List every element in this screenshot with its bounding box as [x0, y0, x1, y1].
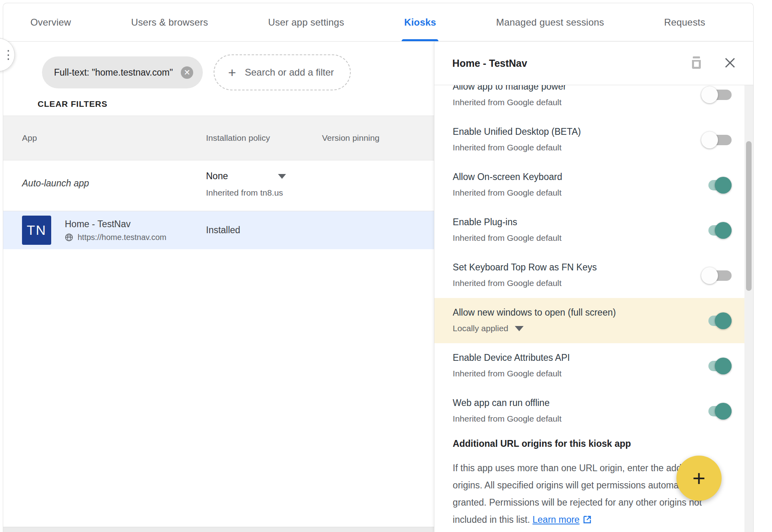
- panel-title: Home - TestNav: [452, 58, 689, 69]
- additional-origins-description: If this app uses more than one URL origi…: [453, 460, 709, 528]
- setting-subtitle: Inherited from Google default: [453, 96, 566, 108]
- table-row-home-testnav[interactable]: TN Home - TestNav https://home.t: [3, 211, 434, 249]
- setting-row-device-attributes: Enable Device Attributes API Inherited f…: [434, 343, 744, 388]
- setting-title: Allow new windows to open (full screen): [453, 306, 616, 318]
- remove-filter-icon[interactable]: ✕: [181, 66, 193, 79]
- dropdown-caret-icon: [278, 174, 286, 179]
- setting-title: Enable Device Attributes API: [453, 352, 570, 364]
- filter-chip[interactable]: Full-text: "home.testnav.com" ✕: [42, 56, 203, 88]
- search-add-filter-label: Search or add a filter: [245, 67, 334, 78]
- column-header-app: App: [22, 133, 206, 143]
- vertical-ellipsis-icon: ⋮: [2, 50, 14, 60]
- toggle-switch[interactable]: [701, 358, 732, 374]
- kiosk-settings-card: Overview Users & browsers User app setti…: [3, 3, 754, 532]
- toggle-switch[interactable]: [701, 177, 732, 194]
- setting-subtitle: Inherited from Google default: [453, 277, 597, 289]
- setting-row-new-windows: Allow new windows to open (full screen) …: [434, 298, 744, 343]
- list-bottom-strip: [3, 527, 434, 532]
- close-button[interactable]: [723, 56, 737, 71]
- tab-requests[interactable]: Requests: [664, 3, 705, 41]
- toggle-switch[interactable]: [701, 403, 732, 420]
- panel-scroll-area: Allow app to manage power Inherited from…: [434, 85, 753, 532]
- panel-header: Home - TestNav: [434, 42, 753, 85]
- plus-icon: +: [228, 65, 236, 80]
- filter-chip-label: Full-text: "home.testnav.com": [54, 67, 173, 78]
- globe-icon: [65, 233, 73, 242]
- setting-subtitle: Inherited from Google default: [453, 187, 562, 199]
- setting-title: Allow app to manage power: [453, 85, 566, 92]
- app-icon: TN: [22, 216, 51, 245]
- clear-filters-button[interactable]: CLEAR FILTERS: [38, 99, 108, 109]
- tab-overview[interactable]: Overview: [30, 3, 71, 41]
- search-add-filter-button[interactable]: + Search or add a filter: [214, 54, 351, 90]
- setting-row-run-offline: Web app can run offline Inherited from G…: [434, 388, 744, 434]
- app-settings-panel: Home - TestNav: [434, 42, 753, 532]
- tab-user-app-settings[interactable]: User app settings: [268, 3, 344, 41]
- toggle-switch[interactable]: [701, 86, 732, 103]
- app-installation-policy: Installed: [206, 225, 322, 236]
- add-url-origin-button[interactable]: +: [676, 456, 722, 501]
- plus-icon: +: [692, 465, 706, 491]
- autolaunch-policy-dropdown[interactable]: None: [206, 171, 286, 182]
- close-icon: [724, 57, 736, 68]
- toggle-switch[interactable]: [701, 312, 732, 329]
- external-link-icon: [583, 515, 592, 524]
- additional-origins-heading: Additional URL origins for this kiosk ap…: [453, 438, 709, 449]
- setting-title: Web app can run offline: [453, 397, 562, 409]
- setting-row-onscreen-keyboard: Allow On-screen Keyboard Inherited from …: [434, 162, 744, 208]
- setting-row-manage-power: Allow app to manage power Inherited from…: [434, 85, 744, 117]
- tab-bar: Overview Users & browsers User app setti…: [3, 3, 753, 42]
- tab-managed-guest-sessions[interactable]: Managed guest sessions: [496, 3, 604, 41]
- setting-row-unified-desktop: Enable Unified Desktop (BETA) Inherited …: [434, 117, 744, 162]
- setting-subtitle: Inherited from Google default: [453, 142, 581, 154]
- table-header-row: App Installation policy Version pinning: [3, 116, 434, 160]
- setting-title: Set Keyboard Top Row as FN Keys: [453, 261, 597, 273]
- kiosk-apps-list-pane: Full-text: "home.testnav.com" ✕ + Search…: [3, 42, 434, 532]
- column-header-version-pinning: Version pinning: [322, 133, 434, 143]
- setting-title: Allow On-screen Keyboard: [453, 171, 562, 183]
- setting-subtitle: Inherited from Google default: [453, 368, 570, 380]
- setting-subtitle: Inherited from Google default: [453, 413, 562, 425]
- panel-scrollbar-thumb[interactable]: [746, 141, 752, 291]
- toggle-switch[interactable]: [701, 267, 732, 284]
- column-header-installation-policy: Installation policy: [206, 133, 322, 143]
- dropdown-caret-icon: [515, 326, 524, 331]
- app-name: Home - TestNav: [65, 219, 166, 230]
- autolaunch-policy-note: Inherited from tn8.us: [206, 188, 322, 198]
- autolaunch-label: Auto-launch app: [22, 160, 206, 189]
- toggle-switch[interactable]: [701, 222, 732, 239]
- panel-scrollbar-track: [744, 85, 753, 532]
- app-url: https://home.testnav.com: [78, 233, 166, 242]
- filter-bar: Full-text: "home.testnav.com" ✕ + Search…: [3, 42, 434, 90]
- setting-row-fn-keys: Set Keyboard Top Row as FN Keys Inherite…: [434, 253, 744, 298]
- setting-title: Enable Unified Desktop (BETA): [453, 126, 581, 138]
- tab-users-browsers[interactable]: Users & browsers: [131, 3, 208, 41]
- setting-title: Enable Plug-ins: [453, 216, 562, 228]
- delete-button[interactable]: [689, 55, 704, 72]
- trash-icon: [691, 56, 702, 69]
- learn-more-link[interactable]: Learn more: [532, 514, 592, 525]
- setting-subtitle: Inherited from Google default: [453, 232, 562, 244]
- tab-kiosks[interactable]: Kiosks: [404, 3, 436, 41]
- setting-row-plugins: Enable Plug-ins Inherited from Google de…: [434, 208, 744, 253]
- autolaunch-policy-value: None: [206, 171, 228, 182]
- toggle-switch[interactable]: [701, 132, 732, 148]
- table-row-autolaunch[interactable]: Auto-launch app None Inherited from tn8.…: [3, 160, 434, 211]
- setting-scope-dropdown[interactable]: Locally applied: [453, 322, 616, 334]
- kiosk-apps-table: App Installation policy Version pinning …: [3, 116, 434, 249]
